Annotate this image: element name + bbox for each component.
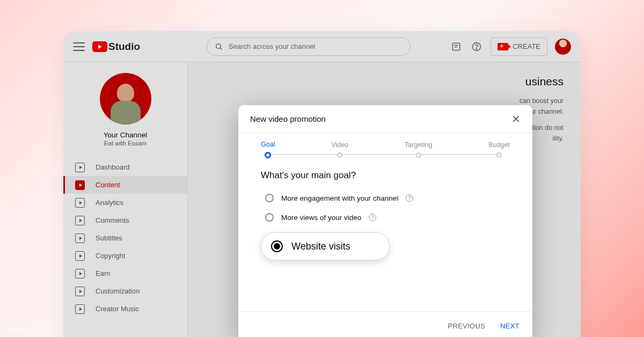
- create-label: CREATE: [513, 42, 540, 50]
- modal-stepper: Goal Video Targeting Budget: [238, 133, 532, 158]
- sidebar-item-subtitles[interactable]: Subtitles: [63, 229, 187, 247]
- create-button[interactable]: CREATE: [491, 38, 547, 56]
- updates-icon[interactable]: [450, 40, 463, 53]
- comments-icon: [75, 216, 85, 225]
- modal-title: New video promotion: [250, 114, 326, 123]
- close-icon[interactable]: ✕: [511, 114, 521, 124]
- channel-name: Your Channel: [104, 131, 147, 139]
- modal-question: What's your main goal?: [261, 170, 510, 181]
- account-avatar[interactable]: [555, 39, 571, 55]
- promotion-modal: New video promotion ✕ Goal Video Targeti…: [238, 105, 532, 337]
- option-engagement[interactable]: More engagement with your channel ?: [261, 191, 510, 206]
- content-icon: [75, 180, 85, 190]
- modal-body: What's your main goal? More engagement w…: [238, 158, 532, 260]
- channel-block: Your Channel Eat with Essam: [63, 69, 187, 155]
- sidebar-item-earn[interactable]: Earn: [63, 265, 187, 282]
- analytics-icon: [75, 198, 85, 208]
- youtube-play-icon: [92, 41, 107, 52]
- subtitles-icon: [75, 233, 85, 243]
- logo-text: Studio: [108, 41, 140, 53]
- search-icon: [215, 42, 223, 51]
- sidebar-item-content[interactable]: Content: [63, 176, 187, 194]
- previous-button[interactable]: PREVIOUS: [448, 322, 486, 330]
- watermark-text: Swipe Insight: [8, 325, 51, 333]
- radio-unselected-icon: [265, 213, 274, 222]
- music-icon: [75, 304, 85, 314]
- channel-subtitle: Eat with Essam: [104, 140, 147, 146]
- step-goal[interactable]: Goal: [261, 141, 275, 158]
- stepper-line: [270, 154, 500, 155]
- option-views[interactable]: More views of your video ?: [261, 210, 510, 225]
- radio-selected-icon: [271, 240, 283, 252]
- svg-line-1: [220, 48, 222, 49]
- search-bar[interactable]: [207, 38, 411, 56]
- sidebar-item-creator-music[interactable]: Creator Music: [63, 300, 187, 318]
- help-icon[interactable]: ?: [369, 214, 376, 221]
- promo-headline: usiness: [205, 75, 564, 88]
- dashboard-icon: [75, 163, 85, 172]
- studio-logo[interactable]: Studio: [92, 41, 140, 53]
- customization-icon: [75, 287, 85, 296]
- goal-options: More engagement with your channel ? More…: [261, 191, 510, 260]
- step-budget[interactable]: Budget: [488, 141, 510, 158]
- studio-window: Studio CREATE Your C: [63, 31, 581, 337]
- sidebar: Your Channel Eat with Essam Dashboard Co…: [63, 62, 188, 337]
- modal-header: New video promotion ✕: [238, 105, 532, 133]
- step-targeting[interactable]: Targeting: [405, 141, 432, 158]
- earn-icon: [75, 269, 85, 279]
- sidebar-item-comments[interactable]: Comments: [63, 211, 187, 229]
- option-website-visits[interactable]: Website visits: [261, 232, 390, 260]
- sidebar-item-dashboard[interactable]: Dashboard: [63, 158, 187, 176]
- radio-unselected-icon: [265, 194, 274, 202]
- modal-footer: PREVIOUS NEXT: [238, 311, 532, 337]
- copyright-icon: [75, 251, 85, 261]
- menu-icon[interactable]: [73, 42, 85, 51]
- help-icon[interactable]: ?: [406, 194, 413, 202]
- app-header: Studio CREATE: [63, 31, 581, 62]
- svg-rect-2: [453, 43, 460, 50]
- sidebar-item-customization[interactable]: Customization: [63, 282, 187, 300]
- help-icon[interactable]: [470, 40, 483, 53]
- channel-avatar[interactable]: [100, 73, 151, 124]
- next-button[interactable]: NEXT: [500, 322, 519, 330]
- step-video[interactable]: Video: [331, 141, 348, 158]
- sidebar-item-analytics[interactable]: Analytics: [63, 194, 187, 211]
- sidebar-nav: Dashboard Content Analytics Comments Sub…: [63, 158, 187, 318]
- search-input[interactable]: [229, 42, 402, 50]
- create-camera-icon: [497, 43, 508, 50]
- svg-point-6: [477, 48, 477, 49]
- sidebar-item-copyright[interactable]: Copyright: [63, 247, 187, 265]
- svg-point-0: [216, 43, 221, 48]
